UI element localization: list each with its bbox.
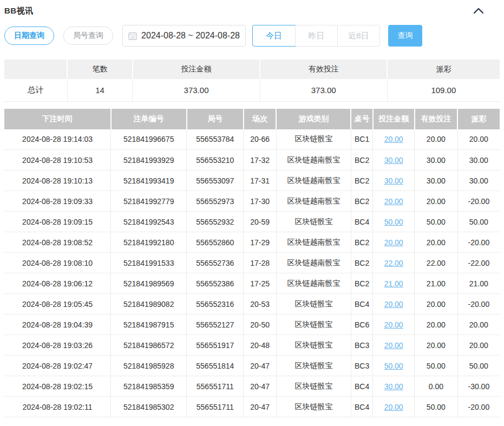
cell-session: 20-50 (244, 314, 276, 335)
cell-game: 区块链越南骰宝 (276, 273, 351, 294)
cell-bet: 20.00 (373, 314, 415, 335)
summary-column-header: 投注金额 (133, 60, 260, 79)
table-row: 2024-08-28 19:02:11521841985302556551711… (4, 397, 500, 417)
cell-order_no: 521841992779 (111, 191, 187, 212)
bet-amount-link[interactable]: 20.00 (384, 341, 403, 350)
summary-column-header: 有效投注 (260, 60, 387, 79)
query-toolbar: 日期查询 局号查询 2024-08-28 ~ 2024-08-28 今日 昨日 … (4, 25, 500, 47)
cell-valid: 20.00 (415, 232, 458, 253)
cell-round_no: 556552860 (187, 232, 244, 253)
cell-time: 2024-08-28 19:03:26 (4, 335, 111, 356)
summary-column-header: 派彩 (387, 60, 500, 79)
cell-session: 20-59 (244, 212, 276, 232)
bet-amount-link[interactable]: 22.00 (384, 259, 403, 267)
cell-order_no: 521841985359 (111, 376, 187, 397)
cell-payout: 21.00 (457, 273, 500, 294)
cell-round_no: 556552932 (187, 212, 244, 232)
cell-round_no: 556553210 (187, 150, 244, 171)
cell-table_no: BC1 (351, 129, 372, 150)
cell-table_no: BC4 (351, 376, 372, 397)
collapse-panel-button[interactable] (473, 5, 485, 17)
quick-range-last-8-days[interactable]: 近8日 (337, 25, 379, 46)
table-row: 2024-08-28 19:08:52521841992180556552860… (4, 232, 500, 253)
cell-valid: 0.00 (415, 376, 458, 397)
cell-session: 17-25 (244, 273, 276, 294)
bet-records-table: 下注时间注单编号局号场次游戏类别桌号投注金额有效投注派彩 2024-08-28 … (4, 109, 500, 418)
cell-order_no: 521841989082 (111, 294, 187, 314)
cell-time: 2024-08-28 19:10:53 (4, 150, 111, 171)
cell-round_no: 556551814 (187, 356, 244, 376)
cell-session: 20-48 (244, 335, 276, 356)
cell-table_no: BC2 (351, 150, 372, 171)
cell-order_no: 521841989569 (111, 273, 187, 294)
bet-amount-link[interactable]: 30.00 (384, 156, 403, 165)
cell-payout: 20.00 (457, 314, 500, 335)
cell-round_no: 556551711 (187, 397, 244, 417)
cell-round_no: 556552973 (187, 191, 244, 212)
cell-game: 区块链骰宝 (276, 376, 351, 397)
bet-amount-link[interactable]: 50.00 (384, 218, 403, 226)
bb-video-panel: BB视讯 日期查询 局号查询 2024-08-28 ~ 2024-08-28 今… (0, 0, 504, 417)
cell-table_no: BC4 (351, 212, 372, 232)
cell-payout: 50.00 (457, 356, 500, 376)
cell-order_no: 521841987915 (111, 314, 187, 335)
summary-header-row: 笔数投注金额有效投注派彩 (4, 60, 500, 79)
quick-range-today[interactable]: 今日 (253, 25, 295, 46)
bet-amount-link[interactable]: 20.00 (384, 197, 403, 206)
bet-table-header-row: 下注时间注单编号局号场次游戏类别桌号投注金额有效投注派彩 (4, 109, 500, 129)
cell-time: 2024-08-28 19:04:39 (4, 314, 111, 335)
cell-valid: 20.00 (415, 129, 458, 150)
column-header-session: 场次 (244, 109, 276, 129)
cell-bet: 21.00 (373, 273, 415, 294)
tab-round-query[interactable]: 局号查询 (63, 27, 113, 45)
cell-time: 2024-08-28 19:06:12 (4, 273, 111, 294)
cell-valid: 20.00 (415, 314, 458, 335)
cell-payout: -20.00 (457, 294, 500, 314)
cell-bet: 20.00 (373, 335, 415, 356)
cell-payout: 20.00 (457, 335, 500, 356)
search-button[interactable]: 查询 (388, 25, 422, 47)
cell-order_no: 521841991533 (111, 253, 187, 273)
bet-amount-link[interactable]: 20.00 (384, 403, 403, 411)
cell-session: 20-47 (244, 356, 276, 376)
cell-time: 2024-08-28 19:08:52 (4, 232, 111, 253)
bet-amount-link[interactable]: 50.00 (384, 362, 403, 370)
bet-amount-link[interactable]: 20.00 (384, 135, 403, 143)
cell-bet: 50.00 (373, 212, 415, 232)
cell-game: 区块链骰宝 (276, 397, 351, 417)
bet-amount-link[interactable]: 20.00 (384, 300, 403, 309)
cell-payout: 30.00 (457, 150, 500, 171)
table-row: 2024-08-28 19:08:10521841991533556552736… (4, 253, 500, 273)
bet-amount-link[interactable]: 30.00 (384, 382, 403, 391)
summary-body-row: 总计14373.00373.00109.00 (4, 79, 500, 101)
bet-amount-link[interactable]: 21.00 (384, 279, 403, 288)
cell-time: 2024-08-28 19:02:15 (4, 376, 111, 397)
cell-payout: 30.00 (457, 171, 500, 191)
cell-session: 17-29 (244, 232, 276, 253)
bet-amount-link[interactable]: 20.00 (384, 238, 403, 247)
cell-game: 区块链骰宝 (276, 356, 351, 376)
cell-time: 2024-08-28 19:10:13 (4, 171, 111, 191)
cell-time: 2024-08-28 19:05:45 (4, 294, 111, 314)
cell-session: 20-53 (244, 294, 276, 314)
chevron-up-icon (474, 8, 483, 14)
table-row: 2024-08-28 19:04:39521841987915556552127… (4, 314, 500, 335)
cell-bet: 20.00 (373, 232, 415, 253)
cell-round_no: 556552316 (187, 294, 244, 314)
cell-bet: 22.00 (373, 253, 415, 273)
tab-date-query[interactable]: 日期查询 (4, 27, 54, 45)
cell-time: 2024-08-28 19:02:47 (4, 356, 111, 376)
cell-round_no: 556551711 (187, 376, 244, 397)
bet-amount-link[interactable]: 20.00 (384, 320, 403, 329)
date-range-input[interactable]: 2024-08-28 ~ 2024-08-28 (122, 25, 246, 47)
table-row: 2024-08-28 19:03:26521841986572556551917… (4, 335, 500, 356)
cell-order_no: 521841986572 (111, 335, 187, 356)
bet-amount-link[interactable]: 30.00 (384, 176, 403, 185)
cell-table_no: BC4 (351, 397, 372, 417)
cell-valid: 20.00 (415, 294, 458, 314)
quick-range-yesterday[interactable]: 昨日 (295, 25, 337, 46)
cell-session: 20-47 (244, 376, 276, 397)
cell-bet: 20.00 (373, 397, 415, 417)
cell-round_no: 556553097 (187, 171, 244, 191)
column-header-bet: 投注金额 (373, 109, 415, 129)
